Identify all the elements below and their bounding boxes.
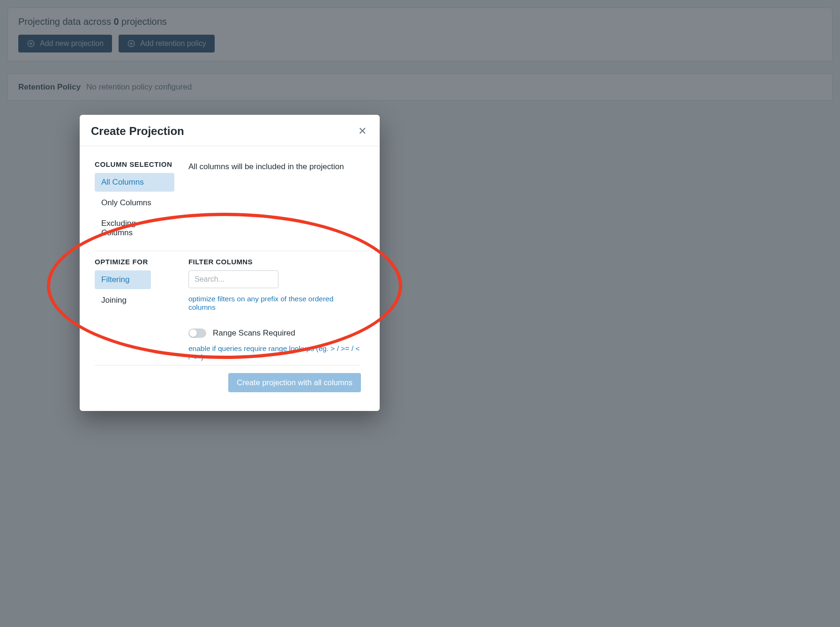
column-selection-description: All columns will be included in the proj…: [188, 161, 361, 173]
column-selection-heading: COLUMN SELECTION: [95, 160, 174, 168]
modal-footer: Create projection with all columns: [95, 365, 361, 395]
create-projection-modal: Create Projection ✕ COLUMN SELECTION All…: [80, 115, 380, 411]
modal-title: Create Projection: [91, 125, 184, 138]
range-scans-toggle[interactable]: [188, 328, 206, 338]
filter-columns-heading: FILTER COLUMNS: [188, 258, 361, 266]
optimize-section: OPTIMIZE FOR Filtering Joining FILTER CO…: [95, 258, 374, 361]
section-divider: [95, 251, 374, 251]
range-scans-help-text: enable if queries require range lookups …: [188, 344, 361, 361]
tab-joining[interactable]: Joining: [95, 291, 151, 310]
range-scans-label: Range Scans Required: [213, 328, 295, 338]
close-icon: ✕: [358, 125, 367, 137]
tab-only-columns[interactable]: Only Columns: [95, 194, 174, 212]
optimize-heading: OPTIMIZE FOR: [95, 258, 174, 266]
tab-filtering[interactable]: Filtering: [95, 270, 151, 289]
modal-close-button[interactable]: ✕: [356, 124, 368, 138]
filter-search-input[interactable]: [188, 270, 278, 288]
tab-excluding-columns[interactable]: Excluding Columns: [95, 214, 174, 242]
column-selection-section: COLUMN SELECTION All Columns Only Column…: [95, 160, 374, 242]
filter-help-text: optimize filters on any prefix of these …: [188, 295, 361, 312]
tab-all-columns[interactable]: All Columns: [95, 173, 174, 192]
create-projection-button[interactable]: Create projection with all columns: [228, 373, 361, 392]
